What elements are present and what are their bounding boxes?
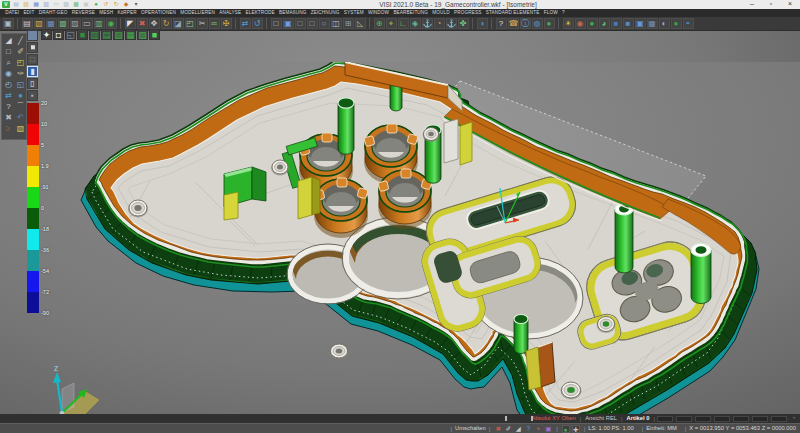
minimize-button[interactable]: – <box>747 0 757 8</box>
ruler-icon[interactable]: ⌒ <box>15 101 26 112</box>
redo-icon[interactable]: ↻ <box>112 1 120 8</box>
measure-icon[interactable]: ✠ <box>221 18 232 29</box>
menu-item[interactable]: REVERSE <box>70 9 97 17</box>
prompt-field[interactable] <box>714 416 730 422</box>
undo-icon[interactable]: ↺ <box>102 1 110 8</box>
status-grid-icon[interactable]: ● <box>562 425 570 433</box>
menu-item[interactable]: KöRPER <box>115 9 139 17</box>
status-pen-icon[interactable]: ✐ <box>504 425 512 433</box>
dynamic-icon[interactable]: ◴ <box>3 79 14 90</box>
teamwork-icon[interactable]: ◍ <box>532 18 543 29</box>
undo-tool-icon[interactable]: ↶ <box>15 112 26 123</box>
assistant-icon[interactable]: ☎ <box>508 18 519 29</box>
menu-item[interactable]: ZEICHNUNG <box>309 9 342 17</box>
plotter-icon[interactable]: ▥ <box>94 18 105 29</box>
render-icon[interactable]: ☀ <box>563 18 574 29</box>
article-indicator[interactable]: Artikel 0 <box>623 414 654 423</box>
menu-item[interactable]: PROGRESS <box>452 9 484 17</box>
print-icon[interactable]: ▭ <box>52 1 60 8</box>
help-icon[interactable]: ? <box>496 18 507 29</box>
help-tool-icon[interactable]: ? <box>3 101 14 112</box>
scale-icon[interactable]: ◰ <box>185 18 196 29</box>
menu-item[interactable]: FLOW <box>542 9 560 17</box>
filter-edge-icon[interactable]: □ <box>27 54 38 65</box>
view-bottom-icon[interactable]: ▨ <box>137 29 148 40</box>
dropdown-arrow-icon[interactable]: ▾ <box>132 1 140 8</box>
menu-item[interactable]: ELEKTRODE <box>243 9 277 17</box>
prompt-field[interactable] <box>752 416 768 422</box>
update-icon[interactable]: ⇄ <box>3 90 14 101</box>
point-icon[interactable]: ✤ <box>458 18 469 29</box>
tangent-icon[interactable]: ◔ <box>434 18 445 29</box>
prompt-field[interactable] <box>695 416 711 422</box>
light1-icon[interactable]: ■ <box>611 18 622 29</box>
earth-icon[interactable]: ◓ <box>683 18 694 29</box>
menu-item[interactable]: WINDOW <box>366 9 391 17</box>
view-mgr-icon[interactable]: ◐ <box>659 18 670 29</box>
select-tool-icon[interactable]: ◢ <box>3 35 14 46</box>
trim-icon[interactable]: ✂ <box>197 18 208 29</box>
close-button[interactable]: × <box>785 0 795 8</box>
menu-item[interactable]: MOULD <box>430 9 452 17</box>
coordinate-mode[interactable]: Absolut XY Oben <box>527 414 579 423</box>
info-icon[interactable]: ⓘ <box>520 18 531 29</box>
help-quick-icon[interactable]: ◆ <box>122 1 130 8</box>
wireframe-view-icon[interactable]: ◱ <box>65 29 76 40</box>
prompt-info-icon[interactable]: ◔ <box>790 415 797 422</box>
box-select-icon[interactable]: □ <box>3 46 14 57</box>
eye-icon[interactable]: ◉ <box>3 68 14 79</box>
zoom-prev-icon[interactable]: □ <box>295 18 306 29</box>
zoom-tool-icon[interactable]: ⌕ <box>3 57 14 68</box>
view-left-icon[interactable]: ▤ <box>101 29 112 40</box>
snap-icon[interactable]: ⌖ <box>386 18 397 29</box>
prompt-field[interactable] <box>733 416 749 422</box>
menu-item[interactable]: SYSTEM <box>342 9 366 17</box>
layer-icon[interactable]: ◫ <box>331 18 342 29</box>
import-icon[interactable]: ▩ <box>58 18 69 29</box>
shaded-view-icon[interactable]: ◘ <box>53 29 64 40</box>
pan-icon[interactable]: □ <box>307 18 318 29</box>
material-icon[interactable]: ◉ <box>575 18 586 29</box>
menu-item[interactable]: ANALYSE <box>217 9 243 17</box>
attach-icon[interactable]: ⚓ <box>422 18 433 29</box>
wire-mode-icon[interactable]: ▯ <box>27 78 38 89</box>
prompt-field[interactable] <box>657 416 673 422</box>
mirror-icon[interactable]: ◪ <box>173 18 184 29</box>
menu-item[interactable]: BEMAßUNG <box>277 9 309 17</box>
edit-attr-icon[interactable]: ◰ <box>15 57 26 68</box>
cplane-icon[interactable]: ◺ <box>355 18 366 29</box>
maximize-button[interactable]: ▫ <box>766 0 776 8</box>
save-doc-icon[interactable]: ▦ <box>46 18 57 29</box>
view-back-icon[interactable]: ▦ <box>125 29 136 40</box>
normal-icon[interactable]: ⚓ <box>446 18 457 29</box>
delete-icon[interactable]: ✖ <box>3 112 14 123</box>
globe-icon[interactable]: ● <box>671 18 682 29</box>
menu-item[interactable]: DATEI <box>3 9 21 17</box>
save-all-icon[interactable]: ▥ <box>42 1 50 8</box>
menu-item[interactable]: STANDARD ELEMENTE <box>484 9 542 17</box>
menu-item[interactable]: BEARBEITUNG <box>391 9 430 17</box>
camera-icon[interactable]: ◉ <box>106 18 117 29</box>
rotate-icon[interactable]: ↻ <box>161 18 172 29</box>
status-cursor-icon[interactable]: ◢ <box>514 425 522 433</box>
dyn-rotate-icon[interactable]: ○ <box>319 18 330 29</box>
save-icon[interactable]: ▦ <box>32 1 40 8</box>
visi-logo[interactable]: V <box>2 1 10 8</box>
folder-icon[interactable]: ▧ <box>15 123 26 134</box>
prompt-field[interactable] <box>771 416 787 422</box>
window-zoom-icon[interactable]: □ <box>271 18 282 29</box>
light2-icon[interactable]: ■ <box>623 18 634 29</box>
web-icon[interactable]: ● <box>544 18 555 29</box>
view-front-icon[interactable]: ▥ <box>89 29 100 40</box>
plot-icon[interactable]: ▣ <box>82 1 90 8</box>
erase-icon[interactable]: ✖ <box>137 18 148 29</box>
workplane-icon[interactable] <box>27 30 38 41</box>
menu-item[interactable]: DRAHT-GEO <box>37 9 70 17</box>
menu-item[interactable]: ? <box>560 9 567 17</box>
zoom-extents-icon[interactable]: ✦ <box>41 29 52 40</box>
filter-face-icon[interactable]: ◽ <box>27 42 38 53</box>
menu-item[interactable]: MODELLIEREN <box>178 9 217 17</box>
menu-item[interactable]: MESH <box>97 9 115 17</box>
print-preview-icon[interactable]: ▨ <box>62 1 70 8</box>
wcs-icon[interactable]: ⊕ <box>374 18 385 29</box>
